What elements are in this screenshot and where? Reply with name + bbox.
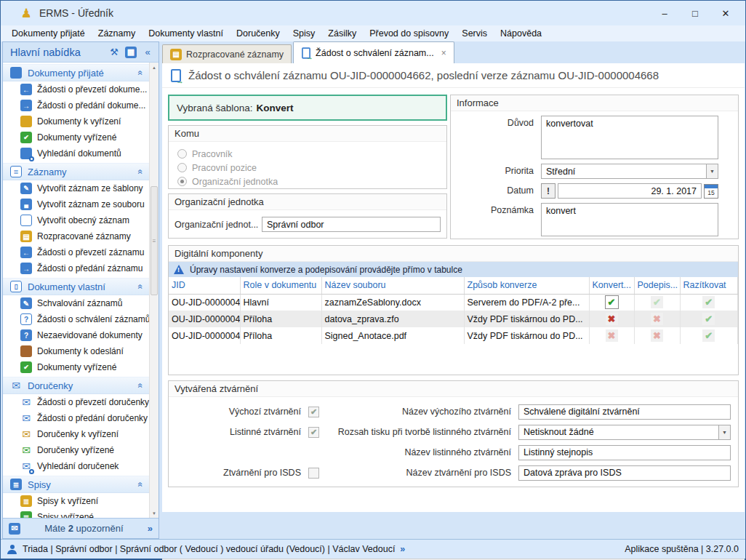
column-razitkovat[interactable]: Razítkovat xyxy=(680,277,738,294)
cell-podepis-toggle[interactable]: ✔ xyxy=(634,294,680,311)
collapse-section-icon[interactable]: « xyxy=(136,169,146,175)
sidebar-item-spisy-vyrizene[interactable]: ≣Spisy vyřízené xyxy=(3,509,149,518)
menu-spisy[interactable]: Spisy xyxy=(286,25,322,41)
tab-rozpracovane-zaznamy[interactable]: ▤Rozpracované záznamy xyxy=(162,44,292,63)
column-konvert[interactable]: Konvert... xyxy=(589,277,634,294)
sidebar-item-zadosti-o-schvaleni-zaznamu[interactable]: ?Žádosti o schválení záznamů xyxy=(3,311,149,327)
cell-file[interactable]: Signed_Anotace.pdf xyxy=(321,327,464,344)
sidebar-item-dokumenty-vyrizene[interactable]: ✔Dokumenty vyřízené xyxy=(3,129,149,145)
sidebar-item-vytvorit-zaznam-ze-sablony[interactable]: ✎Vytvořit záznam ze šablony xyxy=(3,180,149,196)
collapse-section-icon[interactable]: « xyxy=(136,284,146,289)
menu-servis[interactable]: Servis xyxy=(455,25,494,41)
sidebar-item-vytvorit-zaznam-ze-souboru[interactable]: ▄Vytvořit záznam ze souboru xyxy=(3,196,149,212)
org-unit-input[interactable]: Správní odbor xyxy=(262,217,441,232)
statusbar-more-icon[interactable]: » xyxy=(400,544,405,554)
sidebar-section-zaznamy[interactable]: ≡Záznamy« xyxy=(3,163,149,180)
cross-mark-icon[interactable]: ✖ xyxy=(651,329,663,342)
close-button[interactable]: ✕ xyxy=(710,1,741,25)
dropdown-arrow-icon[interactable]: ▼ xyxy=(718,425,730,439)
column-jid[interactable]: JID xyxy=(169,277,240,294)
calendar-icon[interactable]: 15 xyxy=(704,184,718,199)
sidebar-item-vytvorit-obecny-zaznam[interactable]: Vytvořit obecný záznam xyxy=(3,212,149,228)
sidebar-item-dokumenty-k-odeslani[interactable]: Dokumenty k odeslání xyxy=(3,343,149,359)
poznamka-textarea[interactable]: konvert xyxy=(541,203,718,236)
wrench-icon[interactable]: ⚒ xyxy=(108,47,120,58)
cell-konvert-toggle[interactable]: ✔ xyxy=(589,294,634,311)
cell-jid[interactable]: OU-JID-00000046 xyxy=(169,327,240,344)
sidebar-section-dokumenty-prijate[interactable]: Dokumenty přijaté« xyxy=(3,64,149,81)
sidebar-section-dorucenky[interactable]: ✉Doručenky« xyxy=(3,377,149,394)
sidebar-section-dokumenty-vlastni[interactable]: ▯Dokumenty vlastní« xyxy=(3,278,149,295)
tab-close-icon[interactable]: × xyxy=(441,48,446,58)
menu-napoveda[interactable]: Nápověda xyxy=(494,25,548,41)
column-nazev-souboru[interactable]: Název souboru xyxy=(321,277,464,294)
nazev-ztvarneni-pro-isds-input[interactable]: Datová zpráva pro ISDS xyxy=(518,465,731,481)
check-mark-icon[interactable]: ✔ xyxy=(702,313,715,325)
sidebar-scrollbar[interactable]: ▲ ≡ ▼ xyxy=(149,63,159,518)
cell-podepis-toggle[interactable]: ✖ xyxy=(634,327,680,344)
cell-role[interactable]: Příloha xyxy=(240,327,321,344)
duvod-textarea[interactable]: konvertovat xyxy=(541,116,718,159)
cell-razitkovat-toggle[interactable]: ✔ xyxy=(680,327,738,344)
sidebar-item-vyhledani-dokumentu[interactable]: Vyhledání dokumentů xyxy=(3,145,149,161)
collapse-section-icon[interactable]: « xyxy=(136,383,146,388)
sidebar-item-dokumenty-vyrizene[interactable]: ✔Dokumenty vyřízené xyxy=(3,359,149,375)
scroll-down-icon[interactable]: ▼ xyxy=(150,508,159,518)
cross-mark-icon[interactable]: ✖ xyxy=(651,313,663,325)
table-row[interactable]: OU-JID-00000046PřílohaSigned_Anotace.pdf… xyxy=(169,327,738,344)
menu-dorucenky[interactable]: Doručenky xyxy=(230,25,286,41)
tab-zadost-o-schvaleni-zaznam[interactable]: Žádost o schválení záznam...× xyxy=(293,41,454,63)
sidebar-item-schvalovani-zaznamu[interactable]: ✎Schvalování záznamů xyxy=(3,295,149,311)
cell-conversion[interactable]: Serverem do PDF/A-2 pře... xyxy=(464,294,589,311)
check-mark-icon[interactable]: ✔ xyxy=(606,296,618,308)
priorita-select[interactable]: Střední ▼ xyxy=(541,164,718,179)
minimize-button[interactable]: – xyxy=(649,1,680,25)
collapse-section-icon[interactable]: « xyxy=(136,482,146,487)
datum-alert-button[interactable]: ! xyxy=(541,183,556,199)
cell-role[interactable]: Příloha xyxy=(240,311,321,327)
sidebar-item-zadosti-o-prevzeti-dokume[interactable]: ←Žádosti o převzetí dokume... xyxy=(3,81,149,97)
column-zpusob-konverze[interactable]: Způsob konverze xyxy=(464,277,589,294)
sidebar-item-rozpracovane-zaznamy[interactable]: ▤Rozpracované záznamy xyxy=(3,228,149,244)
sidebar-item-zadosti-o-predani-zaznamu[interactable]: →Žádosti o předání záznamu xyxy=(3,260,149,276)
cell-razitkovat-toggle[interactable]: ✔ xyxy=(680,294,738,311)
menu-zasilky[interactable]: Zásilky xyxy=(321,25,363,41)
menu-dokumenty-vlastni[interactable]: Dokumenty vlastní xyxy=(142,25,230,41)
check-mark-icon[interactable]: ✔ xyxy=(702,329,715,342)
notification-bar[interactable]: ✉ Máte 2 upozornění » xyxy=(3,518,159,538)
cell-jid[interactable]: OU-JID-00000046 xyxy=(169,294,240,311)
cell-konvert-toggle[interactable]: ✖ xyxy=(589,327,634,344)
table-row[interactable]: OU-JID-00000046Přílohadatova_zprava.zfoV… xyxy=(169,311,738,327)
sidebar-section-spisy[interactable]: ≣Spisy« xyxy=(3,476,149,493)
cross-mark-icon[interactable]: ✖ xyxy=(606,329,618,342)
dropdown-arrow-icon[interactable]: ▼ xyxy=(706,164,718,178)
check-mark-icon[interactable]: ✔ xyxy=(651,296,663,308)
column-podepis[interactable]: Podepis... xyxy=(634,277,680,294)
cell-razitkovat-toggle[interactable]: ✔ xyxy=(680,311,738,327)
cell-jid[interactable]: OU-JID-00000046 xyxy=(169,311,240,327)
cell-podepis-toggle[interactable]: ✖ xyxy=(634,311,680,327)
cell-conversion[interactable]: Vždy PDF tiskárnou do PD... xyxy=(464,311,589,327)
nazev-vychoziho-ztvarneni-input[interactable]: Schválené digitální ztvárnění xyxy=(518,404,731,420)
cell-konvert-toggle[interactable]: ✖ xyxy=(589,311,634,327)
collapse-section-icon[interactable]: « xyxy=(136,71,146,76)
check-mark-icon[interactable]: ✔ xyxy=(702,296,715,308)
cell-file[interactable]: datova_zprava.zfo xyxy=(321,311,464,327)
cell-conversion[interactable]: Vždy PDF tiskárnou do PD... xyxy=(464,327,589,344)
sidebar-item-zadosti-o-predani-dorucenky[interactable]: ✉Žádosti o předání doručenky xyxy=(3,410,149,426)
sidebar-item-dorucenky-k-vyrizeni[interactable]: ✉Doručenky k vyřízení xyxy=(3,426,149,442)
sidebar-item-dorucenky-vyrizene[interactable]: ✉Doručenky vyřízené xyxy=(3,442,149,458)
cell-file[interactable]: zaznamZeSablony.docx xyxy=(321,294,464,311)
cross-mark-icon[interactable]: ✖ xyxy=(606,313,618,325)
sidebar-item-spisy-k-vyrizeni[interactable]: ≣Spisy k vyřízení xyxy=(3,493,149,509)
menu-prevod-do-spisovny[interactable]: Převod do spisovny xyxy=(363,25,455,41)
sidebar-item-zadosti-o-predani-dokume[interactable]: →Žádosti o předání dokume... xyxy=(3,97,149,113)
sidebar-item-zadosti-o-prevzeti-dorucenky[interactable]: ✉Žádosti o převzetí doručenky xyxy=(3,394,149,410)
collapse-sidebar-icon[interactable]: « xyxy=(142,47,153,58)
notification-more-icon[interactable]: » xyxy=(148,523,153,534)
cell-role[interactable]: Hlavní xyxy=(240,294,321,311)
menu-dokumenty-prijate[interactable]: Dokumenty přijaté xyxy=(5,25,92,41)
scrollbar-thumb[interactable]: ≡ xyxy=(151,186,158,295)
sidebar-item-nezaevidovane-dokumenty[interactable]: ?Nezaevidované dokumenty xyxy=(3,327,149,343)
maximize-button[interactable]: □ xyxy=(680,1,710,25)
